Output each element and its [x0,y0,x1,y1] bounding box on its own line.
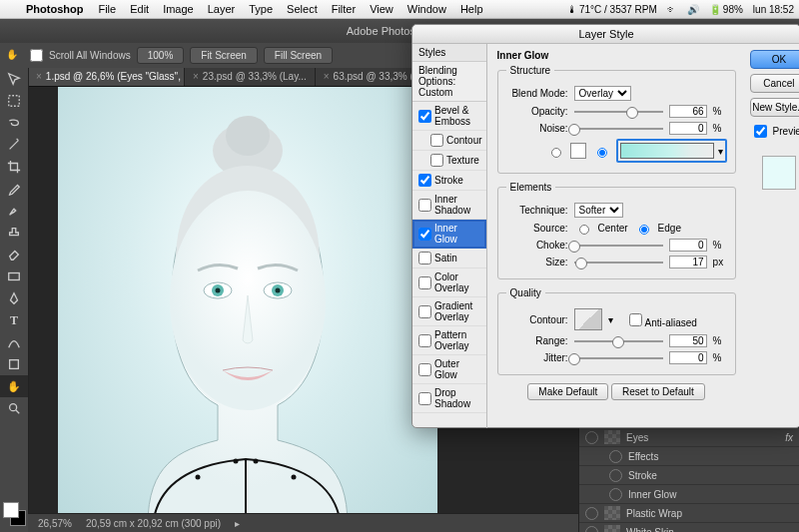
close-icon[interactable]: × [324,68,330,86]
style-item-pattern-overlay[interactable]: Pattern Overlay [412,326,486,355]
zoom-tool-icon[interactable] [0,397,28,419]
style-item-checkbox[interactable] [418,305,431,318]
styles-header[interactable]: Styles [412,44,486,62]
status-clock[interactable]: lun 18:52 [748,4,799,15]
technique-select[interactable]: Softer [574,203,623,218]
status-chevron-icon[interactable]: ▸ [235,518,240,529]
make-default-button[interactable]: Make Default [527,383,608,400]
menu-image[interactable]: Image [156,3,201,15]
menu-type[interactable]: Type [242,3,280,15]
status-battery[interactable]: 🔋98% [704,4,748,15]
style-item-satin[interactable]: Satin [412,249,486,268]
blending-options-item[interactable]: Blending Options: Custom [412,62,486,102]
style-item-inner-shadow[interactable]: Inner Shadow [412,191,486,220]
document-tab[interactable]: ×1.psd @ 26,6% (Eyes "Glass", RGB/8) * [28,68,185,86]
menu-file[interactable]: File [91,3,123,15]
document-canvas[interactable] [58,86,437,514]
stamp-tool-icon[interactable] [0,222,28,244]
style-item-gradient-overlay[interactable]: Gradient Overlay [412,297,486,326]
style-item-checkbox[interactable] [418,252,431,265]
chevron-down-icon[interactable]: ▾ [718,146,723,157]
size-slider[interactable] [574,258,663,267]
fx-badge[interactable]: fx [785,432,793,443]
style-item-checkbox[interactable] [418,228,431,241]
menu-edit[interactable]: Edit [123,3,156,15]
fill-screen-button[interactable]: Fill Screen [264,47,333,64]
style-item-checkbox[interactable] [418,392,431,405]
layer-row[interactable]: Stroke [579,466,799,485]
ok-button[interactable]: OK [750,50,799,69]
layer-row[interactable]: Eyesfx [579,428,799,447]
glow-gradient-swatch[interactable] [620,143,714,159]
menu-layer[interactable]: Layer [201,3,243,15]
fit-screen-button[interactable]: Fit Screen [190,47,258,64]
hand-tool-icon[interactable]: ✋ [0,375,28,397]
contour-swatch[interactable] [574,308,602,330]
close-icon[interactable]: × [36,68,42,86]
menubar-app-name[interactable]: Photoshop [18,3,91,15]
style-item-checkbox[interactable] [418,174,431,187]
style-item-drop-shadow[interactable]: Drop Shadow [412,384,486,413]
status-zoom[interactable]: 26,57% [38,518,72,529]
crop-tool-icon[interactable] [0,156,28,178]
visibility-eye-icon[interactable] [609,450,622,463]
blend-mode-select[interactable]: Overlay [574,86,631,101]
type-tool-icon[interactable]: T [0,309,28,331]
brush-tool-icon[interactable] [0,200,28,222]
visibility-eye-icon[interactable] [609,469,622,482]
layer-row[interactable]: Inner Glow [579,485,799,504]
size-input[interactable] [669,256,707,268]
style-item-checkbox[interactable] [418,110,431,123]
style-item-outer-glow[interactable]: Outer Glow [412,355,486,384]
menu-filter[interactable]: Filter [325,3,363,15]
style-item-stroke[interactable]: Stroke [412,171,486,191]
choke-slider[interactable] [574,241,663,251]
close-icon[interactable]: × [193,68,199,86]
jitter-slider[interactable] [574,353,663,363]
move-tool-icon[interactable] [0,68,28,90]
glow-gradient-radio[interactable] [597,148,607,158]
gradient-tool-icon[interactable] [0,266,28,287]
glow-color-swatch[interactable] [570,143,586,159]
style-item-checkbox[interactable] [418,276,431,289]
glow-solid-radio[interactable] [551,148,561,158]
color-swatches[interactable] [0,498,28,532]
visibility-eye-icon[interactable] [585,526,598,533]
reset-default-button[interactable]: Reset to Default [611,383,705,400]
visibility-eye-icon[interactable] [585,507,598,520]
source-center-radio[interactable] [579,225,589,235]
eyedropper-tool-icon[interactable] [0,178,28,200]
menu-window[interactable]: Window [400,3,453,15]
jitter-input[interactable] [669,351,707,364]
opacity-slider[interactable] [574,107,663,117]
visibility-eye-icon[interactable] [585,431,598,444]
chevron-down-icon[interactable]: ▾ [608,314,613,325]
marquee-tool-icon[interactable] [0,90,28,112]
status-volume-icon[interactable]: 🔊 [682,4,704,15]
choke-input[interactable] [669,239,707,252]
style-item-checkbox[interactable] [418,199,431,212]
opacity-input[interactable] [669,105,707,118]
preview-checkbox[interactable]: Preview [750,122,799,141]
style-item-checkbox[interactable] [430,154,443,167]
eraser-tool-icon[interactable] [0,244,28,266]
cancel-button[interactable]: Cancel [750,74,799,93]
style-item-color-overlay[interactable]: Color Overlay [412,268,486,297]
shape-tool-icon[interactable] [0,353,28,375]
layer-row[interactable]: White Skin [579,523,799,532]
status-wifi-icon[interactable]: ᯤ [662,4,682,15]
wand-tool-icon[interactable] [0,134,28,156]
menu-select[interactable]: Select [280,3,325,15]
style-item-contour[interactable]: Contour [412,131,486,151]
pen-tool-icon[interactable] [0,287,28,309]
noise-input[interactable] [669,122,707,135]
noise-slider[interactable] [574,124,663,134]
visibility-eye-icon[interactable] [609,488,622,501]
menu-view[interactable]: View [363,3,400,15]
style-item-bevel-emboss[interactable]: Bevel & Emboss [412,102,486,131]
style-item-inner-glow[interactable]: Inner Glow [412,220,486,249]
source-edge-radio[interactable] [639,225,649,235]
layer-row[interactable]: Plastic Wrap [579,504,799,523]
style-item-checkbox[interactable] [418,363,431,376]
range-input[interactable] [669,334,707,347]
